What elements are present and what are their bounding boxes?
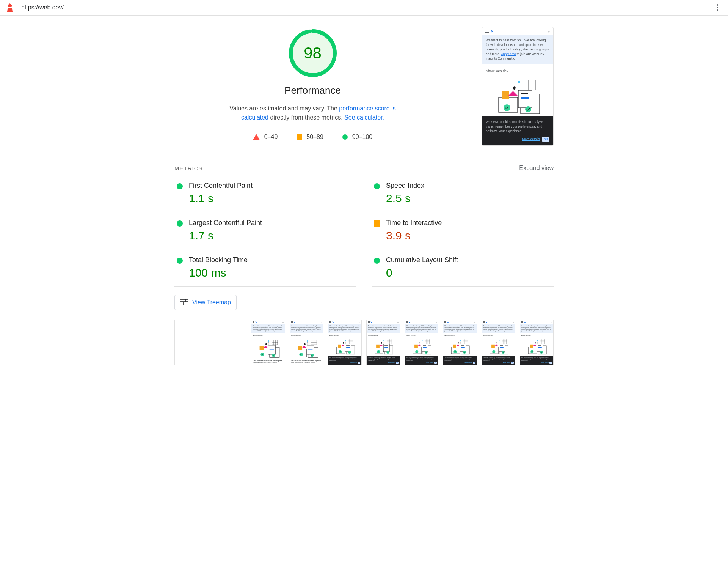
see-calculator-link[interactable]: See calculator.	[344, 114, 384, 121]
preview-illustration	[482, 74, 553, 116]
topbar: https://web.dev/	[0, 0, 728, 16]
preview-banner: We want to hear from you! We are looking…	[482, 35, 553, 64]
metric-value: 100 ms	[189, 266, 354, 279]
circle-icon	[342, 134, 348, 140]
metric-title: Speed Index	[386, 182, 551, 190]
filmstrip-frame	[174, 320, 208, 365]
metric-value: 2.5 s	[386, 192, 551, 205]
gauge-title: Performance	[284, 85, 341, 96]
gauge-description: Values are estimated and may vary. The p…	[229, 104, 396, 122]
view-treemap-button[interactable]: View Treemap	[174, 295, 237, 310]
status-indicator	[177, 258, 183, 264]
filmstrip-frame: ➤⌕ We want to hear from you! We are look…	[328, 320, 362, 365]
status-indicator	[177, 220, 183, 227]
more-details-link: More details	[522, 137, 540, 142]
filmstrip-frame: ➤⌕ We want to hear from you! We are look…	[482, 320, 515, 365]
filmstrip-frame: ➤⌕ We want to hear from you! We are look…	[405, 320, 438, 365]
filmstrip-frame	[213, 320, 246, 365]
lighthouse-icon	[6, 3, 14, 12]
treemap-icon	[180, 299, 188, 305]
score-legend: 0–49 50–89 90–100	[253, 134, 372, 140]
search-icon: ⌕	[548, 30, 550, 33]
filmstrip: ➤⌕ We want to hear from you! We are look…	[174, 320, 554, 365]
expand-view-toggle[interactable]: Expand view	[519, 165, 554, 172]
metric-title: Largest Contentful Paint	[189, 219, 354, 227]
metric-title: Time to Interactive	[386, 219, 551, 227]
metric-title: First Contentful Paint	[189, 182, 354, 190]
legend-average: 50–89	[297, 134, 323, 140]
page-screenshot-preview: ➤ ⌕ We want to hear from you! We are loo…	[482, 27, 554, 146]
status-indicator	[374, 258, 380, 264]
metric-value: 1.7 s	[189, 229, 354, 242]
performance-summary: 98 Performance Values are estimated and …	[174, 27, 451, 140]
metric-largest-contentful-paint: Largest Contentful Paint 1.7 s	[174, 212, 356, 249]
metric-value: 1.1 s	[189, 192, 354, 205]
triangle-icon	[253, 134, 260, 140]
metrics-grid: First Contentful Paint 1.1 s Speed Index…	[174, 175, 554, 286]
metric-title: Cumulative Layout Shift	[386, 256, 551, 264]
legend-fail: 0–49	[253, 134, 278, 140]
status-indicator	[177, 183, 183, 189]
status-indicator	[374, 220, 380, 227]
metric-time-to-interactive: Time to Interactive 3.9 s	[372, 212, 554, 249]
filmstrip-frame: ➤⌕ We want to hear from you! We are look…	[251, 320, 285, 365]
webdev-logo-icon: ➤	[491, 30, 494, 33]
score-value: 98	[288, 28, 337, 78]
square-icon	[297, 134, 302, 140]
filmstrip-frame: ➤⌕ We want to hear from you! We are look…	[290, 320, 323, 365]
treemap-label: View Treemap	[192, 299, 231, 306]
svg-rect-23	[180, 299, 188, 305]
score-gauge: 98	[288, 28, 337, 78]
page-url: https://web.dev/	[21, 4, 713, 11]
metric-first-contentful-paint: First Contentful Paint 1.1 s	[174, 175, 356, 212]
metric-value: 3.9 s	[386, 229, 551, 242]
filmstrip-frame: ➤⌕ We want to hear from you! We are look…	[443, 320, 477, 365]
status-indicator	[374, 183, 380, 189]
metric-cumulative-layout-shift: Cumulative Layout Shift 0	[372, 249, 554, 286]
vertical-divider	[466, 66, 466, 134]
preview-cookie-footer: We serve cookies on this site to analyze…	[482, 116, 553, 145]
metric-speed-index: Speed Index 2.5 s	[372, 175, 554, 212]
ok-button: OK	[542, 137, 549, 142]
metrics-heading: METRICS	[174, 165, 203, 172]
metric-title: Total Blocking Time	[189, 256, 354, 264]
filmstrip-frame: ➤⌕ We want to hear from you! We are look…	[366, 320, 400, 365]
preview-about-heading: About web.dev	[482, 64, 553, 74]
filmstrip-frame: ➤⌕ We want to hear from you! We are look…	[520, 320, 554, 365]
metric-total-blocking-time: Total Blocking Time 100 ms	[174, 249, 356, 286]
legend-pass: 90–100	[342, 134, 372, 140]
metric-value: 0	[386, 266, 551, 279]
more-menu-button[interactable]	[713, 4, 722, 11]
hamburger-icon	[485, 30, 489, 33]
svg-marker-18	[8, 3, 12, 6]
